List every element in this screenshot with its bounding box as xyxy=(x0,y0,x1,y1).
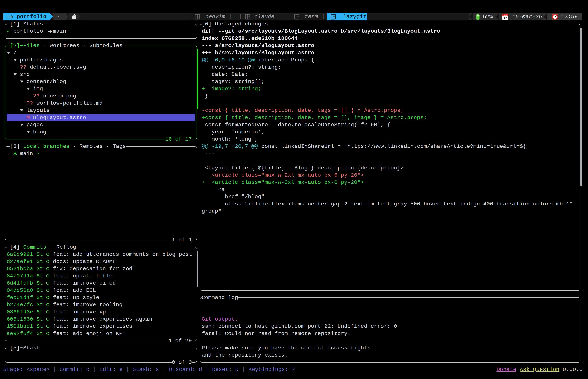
svg-text:17: 17 xyxy=(503,16,507,20)
svg-text:July: July xyxy=(504,15,507,16)
